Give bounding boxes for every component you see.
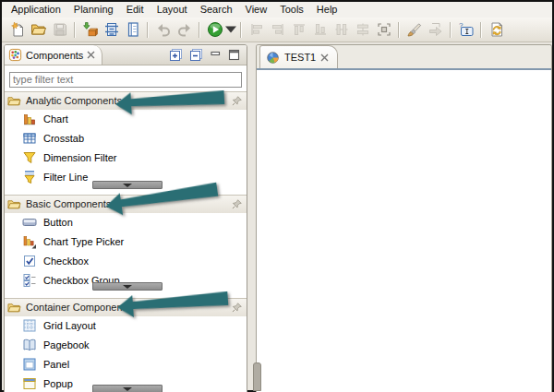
pin-icon[interactable] [232,96,242,106]
palette-item-dimension-filter[interactable]: Dimension Filter [5,148,247,168]
application-pie-icon [266,51,280,65]
run-icon[interactable] [204,19,225,40]
open-icon[interactable] [28,19,49,40]
section-label: Analytic Components [26,95,122,106]
chevron-down-icon [123,184,132,187]
align-top-icon [288,19,309,40]
format-painter-icon[interactable] [403,19,425,40]
palette-item-label: Popup [43,378,73,389]
crosstab-icon [22,131,37,146]
new-application-icon[interactable] [6,19,28,40]
chevron-down-icon [123,285,132,289]
chart-type-picker-icon [22,234,37,249]
toolbar-separator [398,22,400,38]
menu-layout[interactable]: Layout [151,3,194,17]
editor-tabbar: TEST1 [257,45,551,70]
tab-components[interactable]: Components [5,45,102,65]
palette-item-pagebook[interactable]: Pagebook [5,336,247,355]
section-basic-components[interactable]: Basic Components [5,195,247,213]
components-palette-icon [8,48,22,62]
palette-item-label: Grid Layout [43,320,96,331]
section-analytic-components[interactable]: Analytic Components [5,91,247,110]
palette-item-chart-type-picker[interactable]: Chart Type Picker [5,232,247,252]
section-container-components[interactable]: Container Components [5,298,247,316]
close-icon[interactable] [320,53,329,62]
tab-test1[interactable]: TEST1 [259,45,338,68]
menu-search[interactable]: Search [194,3,239,17]
redo-icon [174,19,195,40]
outline-icon[interactable] [101,19,122,40]
maximize-icon[interactable] [228,49,240,61]
toolbar-separator [74,22,76,38]
refresh-script-icon[interactable] [486,19,507,40]
center-icon [352,19,373,40]
pin-icon[interactable] [232,303,242,313]
scroll-down-button[interactable] [92,385,163,392]
minimize-icon[interactable] [210,49,222,61]
scroll-down-button[interactable] [92,181,163,189]
toolbar-separator [450,22,452,38]
palette-item-label: Pagebook [43,339,90,350]
palette-item-label: Button [43,217,73,228]
palette-item-label: Filter Line [43,172,88,183]
checkbox-icon [22,254,37,268]
palette-item-label: Dimension Filter [43,152,116,163]
collapse-all-icon[interactable] [189,48,203,62]
pin-icon[interactable] [232,199,242,209]
menu-help[interactable]: Help [310,3,344,17]
chart-icon [22,112,37,126]
filter-row [5,65,247,91]
folder-open-icon [7,302,21,314]
grid-layout-icon [22,318,37,333]
pagebook-icon [22,338,37,352]
palette-item-grid-layout[interactable]: Grid Layout [5,316,247,336]
menu-bar: Application Planning Edit Layout Search … [2,2,552,18]
section-label: Container Components [26,302,130,313]
folder-open-icon [7,95,21,107]
section-label: Basic Components [26,198,111,209]
rename-icon[interactable]: ? [455,19,476,40]
design-canvas[interactable] [258,72,550,392]
chevron-down-icon [123,387,132,391]
filter-line-icon [22,170,37,184]
editor-tab-label: TEST1 [284,52,316,63]
filter-input[interactable] [9,72,242,88]
panel-icon [22,357,37,372]
application-window: Application Planning Edit Layout Search … [0,0,554,392]
close-icon[interactable] [87,51,95,59]
import-data-icon[interactable] [79,19,101,40]
palette-item-label: Chart [43,113,68,125]
toolbar-separator [480,22,482,38]
components-tab-label: Components [26,50,83,61]
promote-icon [425,19,446,40]
toolbar-separator [199,22,200,38]
menu-tools[interactable]: Tools [273,3,310,17]
match-width-icon [331,19,352,40]
palette-item-panel[interactable]: Panel [5,355,247,374]
menu-planning[interactable]: Planning [67,3,120,17]
view-sash-handle[interactable] [253,362,261,391]
fit-size-icon[interactable] [373,19,394,40]
undo-icon [152,19,174,40]
menu-application[interactable]: Application [5,3,67,17]
palette-item-button[interactable]: Button [5,213,247,232]
palette-item-label: Chart Type Picker [43,236,124,247]
bookmark-icon[interactable] [122,19,143,40]
menu-view[interactable]: View [239,3,274,17]
button-icon [22,215,37,230]
align-left-icon [246,19,267,40]
dimension-filter-icon [22,150,37,165]
save-icon [49,19,70,40]
palette-item-label: Panel [43,359,69,370]
scroll-down-button[interactable] [92,282,163,291]
palette-item-crosstab[interactable]: Crosstab [5,129,247,148]
palette-item-checkbox[interactable]: Checkbox [5,252,247,271]
run-dropdown-icon[interactable] [225,19,236,40]
palette-item-label: Checkbox [43,255,89,267]
toolbar-separator [240,22,242,38]
palette-item-chart[interactable]: Chart [5,110,247,129]
expand-all-icon[interactable] [169,48,183,62]
menu-edit[interactable]: Edit [120,3,151,17]
workspace: Components Analytic Components [2,42,552,390]
editor-area: TEST1 [256,44,552,392]
